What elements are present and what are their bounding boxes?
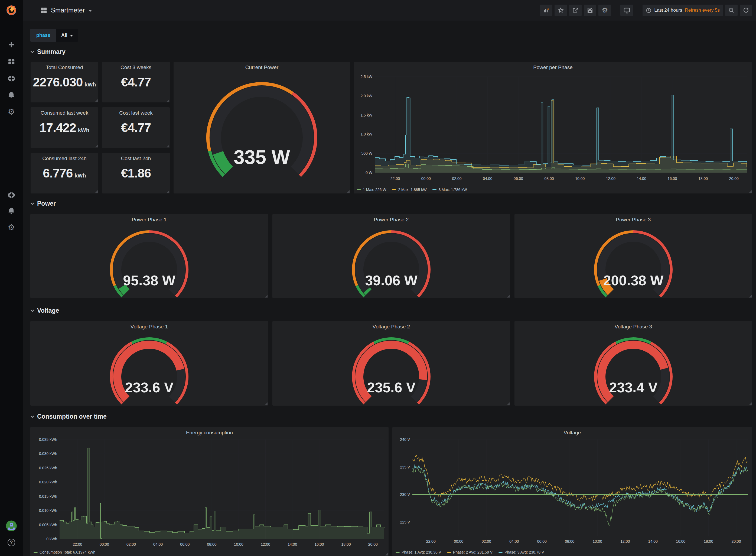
- sidebar-item-configuration-2[interactable]: ⚙: [0, 221, 23, 233]
- row-consumption[interactable]: Consumption over time: [30, 413, 107, 420]
- legend-item[interactable]: Phase: 1 Avg: 230.36 V: [395, 550, 441, 554]
- row-voltage[interactable]: Voltage: [30, 307, 59, 314]
- energy-consumption-chart[interactable]: 22:0000:0002:0004:0006:0008:0010:0012:00…: [30, 427, 388, 556]
- panel-title[interactable]: Voltage Phase 2: [272, 324, 510, 330]
- voltage-phase-3-gauge: 233.4 V: [515, 321, 752, 406]
- panel-resize-handle[interactable]: [749, 190, 752, 193]
- explore-compass-icon: [7, 191, 15, 199]
- legend-item[interactable]: Phase: 3 Avg: 230.78 V: [498, 550, 544, 554]
- refresh-button[interactable]: [740, 5, 752, 16]
- sidebar-item-dashboards[interactable]: [0, 56, 23, 68]
- svg-text:02:00: 02:00: [482, 539, 491, 544]
- power-per-phase-chart[interactable]: 22:0000:0002:0004:0006:0008:0010:0012:00…: [354, 62, 752, 194]
- chart-legend: Consumption Total: 6.61974 kWh: [34, 550, 95, 554]
- share-button[interactable]: [569, 5, 581, 16]
- panel-title[interactable]: Power Phase 1: [30, 217, 268, 223]
- dashboard-title[interactable]: Smartmeter: [51, 6, 85, 14]
- svg-text:16:00: 16:00: [676, 539, 685, 544]
- voltage-timeseries-chart[interactable]: 22:0000:0002:0004:0006:0008:0010:0012:00…: [392, 427, 752, 556]
- legend-item[interactable]: Phase: 2 Avg: 231.59 V: [447, 550, 493, 554]
- legend-item[interactable]: 3 Max: 1.786 kW: [432, 187, 467, 192]
- legend-item[interactable]: Consumption Total: 6.61974 kWh: [34, 550, 95, 554]
- panel-resize-handle[interactable]: [95, 145, 98, 147]
- panel-power-phase-3: Power Phase 3 200.38 W: [515, 214, 752, 298]
- cycle-view-button[interactable]: [620, 5, 633, 16]
- panel-title[interactable]: Consumed last week: [31, 110, 98, 116]
- row-summary[interactable]: Summary: [30, 48, 66, 56]
- svg-text:0.025 kWh: 0.025 kWh: [39, 466, 57, 470]
- sidebar-item-explore[interactable]: [0, 73, 23, 84]
- refresh-interval-label: Refresh every 5s: [685, 8, 720, 13]
- panel-title[interactable]: Voltage Phase 1: [30, 324, 268, 330]
- panel-title[interactable]: Current Power: [174, 65, 350, 70]
- svg-text:1.5 kW: 1.5 kW: [361, 113, 372, 117]
- sidebar-item-alerting-2[interactable]: [0, 205, 23, 217]
- time-range-button[interactable]: Last 24 hours Refresh every 5s: [643, 5, 723, 16]
- panel-resize-handle[interactable]: [265, 403, 267, 405]
- plus-icon: [8, 41, 15, 48]
- sidebar-item-configuration[interactable]: ⚙: [0, 106, 23, 118]
- panel-resize-handle[interactable]: [166, 99, 169, 102]
- zoom-out-button[interactable]: [725, 5, 738, 16]
- chevron-down-icon[interactable]: [88, 10, 92, 12]
- svg-text:06:00: 06:00: [514, 176, 523, 181]
- grafana-logo[interactable]: [0, 4, 23, 16]
- row-title: Summary: [37, 48, 66, 56]
- svg-text:10:00: 10:00: [575, 176, 584, 181]
- panel-title[interactable]: Voltage Phase 3: [515, 324, 752, 330]
- panel-title[interactable]: Power Phase 3: [515, 217, 752, 223]
- dashboard-settings-button[interactable]: ⚙: [598, 5, 611, 16]
- svg-text:12:00: 12:00: [620, 539, 630, 544]
- sidebar-item-explore-2[interactable]: [0, 189, 23, 201]
- svg-text:14:00: 14:00: [648, 539, 658, 544]
- svg-text:02:00: 02:00: [452, 176, 461, 181]
- panel-resize-handle[interactable]: [95, 190, 98, 193]
- row-title: Voltage: [37, 307, 59, 314]
- bell-icon: [8, 207, 15, 215]
- panel-title[interactable]: Power Phase 2: [272, 217, 510, 223]
- panel-title[interactable]: Voltage: [392, 430, 752, 436]
- panel-title[interactable]: Energy consumption: [30, 430, 388, 436]
- template-variable-phase[interactable]: phase All: [30, 29, 78, 42]
- sidebar-item-alerting[interactable]: [0, 89, 23, 101]
- panel-title[interactable]: Total Consumed: [31, 65, 98, 70]
- user-avatar[interactable]: [6, 521, 17, 531]
- legend-item[interactable]: 2 Max: 1.885 kW: [392, 187, 426, 192]
- sidebar-item-create[interactable]: [0, 39, 23, 51]
- panel-consumed-last-week: Consumed last week 17.422kWh: [31, 107, 98, 148]
- panel-title[interactable]: Cost last 24h: [102, 155, 170, 162]
- avatar-icon: [6, 521, 17, 531]
- panel-title[interactable]: Cost last week: [102, 110, 170, 116]
- panel-resize-handle[interactable]: [166, 145, 169, 147]
- variable-value-dropdown[interactable]: All: [56, 29, 78, 42]
- panel-resize-handle[interactable]: [749, 403, 752, 405]
- svg-text:0.010 kWh: 0.010 kWh: [39, 508, 57, 513]
- svg-text:12:00: 12:00: [606, 176, 615, 181]
- save-button[interactable]: [584, 5, 596, 16]
- row-title: Power: [37, 200, 56, 207]
- star-button[interactable]: [555, 5, 567, 16]
- legend-marker: [498, 552, 502, 553]
- panel-resize-handle[interactable]: [749, 553, 752, 555]
- panel-resize-handle[interactable]: [95, 99, 98, 102]
- panel-resize-handle[interactable]: [385, 553, 388, 555]
- add-panel-button[interactable]: [540, 5, 553, 16]
- panel-title[interactable]: Cost 3 weeks: [102, 65, 170, 70]
- panel-consumed-last-24h: Consumed last 24h 6.776kWh: [31, 153, 98, 194]
- legend-item[interactable]: 1 Max: 226 W: [357, 187, 386, 192]
- panel-title[interactable]: Consumed last 24h: [31, 155, 98, 162]
- svg-text:04:00: 04:00: [509, 539, 519, 544]
- row-power[interactable]: Power: [30, 200, 56, 207]
- panel-resize-handle[interactable]: [507, 295, 509, 298]
- panel-resize-handle[interactable]: [347, 190, 349, 193]
- voltage-phase-2-gauge: 235.6 V: [272, 321, 510, 406]
- panel-resize-handle[interactable]: [166, 190, 169, 193]
- panel-resize-handle[interactable]: [507, 403, 509, 405]
- panel-title[interactable]: Power per Phase: [354, 65, 752, 70]
- legend-marker: [432, 189, 437, 190]
- help-button[interactable]: ?: [8, 538, 15, 546]
- svg-text:20:00: 20:00: [731, 539, 741, 544]
- panel-resize-handle[interactable]: [265, 295, 267, 298]
- panel-resize-handle[interactable]: [749, 295, 752, 298]
- svg-text:04:00: 04:00: [153, 542, 163, 547]
